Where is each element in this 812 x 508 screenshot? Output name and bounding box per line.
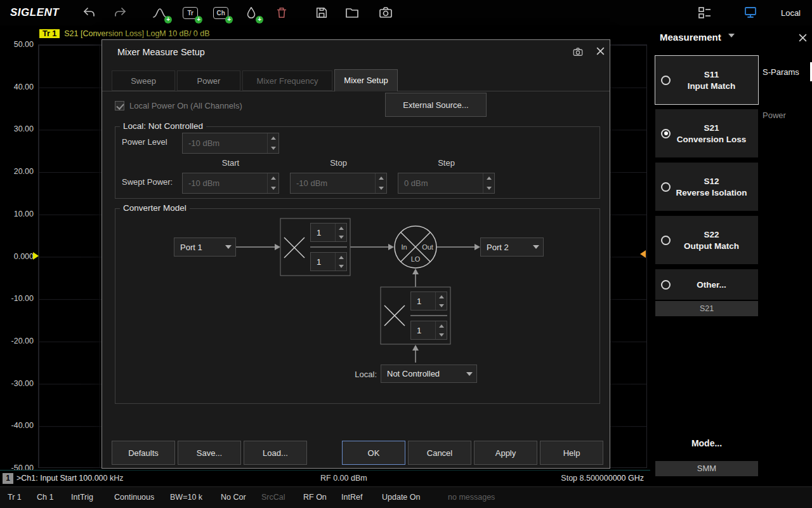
port1-select[interactable]: Port 1 bbox=[174, 237, 236, 257]
dialog-screenshot-button[interactable] bbox=[572, 46, 584, 60]
radio-icon[interactable] bbox=[661, 182, 671, 192]
open-file-button[interactable] bbox=[343, 4, 362, 22]
measurement-option-s12[interactable]: S12 Reverse Isolation bbox=[655, 163, 758, 211]
lo-numerator-input[interactable]: 1 bbox=[410, 291, 447, 311]
cancel-button[interactable]: Cancel bbox=[408, 441, 471, 465]
spinner-up-icon[interactable] bbox=[436, 321, 447, 330]
local-power-checkbox[interactable]: Local Power On (All Channels) bbox=[115, 101, 242, 110]
rf-numerator-input[interactable]: 1 bbox=[310, 223, 347, 242]
save-button[interactable] bbox=[312, 4, 331, 22]
spinner-up-icon[interactable] bbox=[483, 173, 494, 184]
submenu-s-params[interactable]: S-Params bbox=[763, 67, 799, 77]
tab-power[interactable]: Power bbox=[177, 70, 240, 91]
peak-add-button[interactable]: + bbox=[150, 4, 169, 22]
other-selected-value[interactable]: S21 bbox=[655, 301, 758, 316]
spinner-up-icon[interactable] bbox=[336, 224, 346, 232]
spinner-up-icon[interactable] bbox=[436, 292, 447, 301]
status-srccal[interactable]: SrcCal bbox=[261, 487, 285, 508]
spinner-down-icon[interactable] bbox=[436, 301, 447, 310]
radio-icon[interactable] bbox=[661, 236, 671, 245]
tab-mixer-setup[interactable]: Mixer Setup bbox=[334, 69, 398, 91]
delete-button[interactable] bbox=[272, 4, 291, 22]
local-group: Local: Not Controlled Power Level -10 dB… bbox=[115, 126, 600, 199]
load-button[interactable]: Load... bbox=[244, 441, 307, 465]
status-sweep-mode[interactable]: Continuous bbox=[114, 487, 154, 508]
spinner-down-icon[interactable] bbox=[436, 330, 447, 339]
defaults-button[interactable]: Defaults bbox=[112, 441, 175, 465]
close-icon bbox=[596, 46, 605, 56]
add-marker-button[interactable]: + bbox=[242, 4, 261, 22]
add-trace-button[interactable]: Tr + bbox=[181, 4, 200, 22]
status-reference[interactable]: IntRef bbox=[341, 487, 362, 508]
tab-mixer-frequency[interactable]: Mixer Frequency bbox=[242, 70, 332, 91]
measurement-option-s21[interactable]: S21 Conversion Loss bbox=[655, 109, 758, 157]
local-control-select[interactable]: Not Controlled bbox=[381, 364, 477, 383]
reference-level-marker-left[interactable] bbox=[33, 252, 39, 260]
remote-display-button[interactable] bbox=[741, 4, 760, 22]
spinner-up-icon[interactable] bbox=[336, 253, 346, 262]
trace-position-marker-right[interactable] bbox=[640, 250, 646, 258]
add-channel-button[interactable]: Ch + bbox=[211, 4, 230, 22]
add-badge-icon: + bbox=[195, 16, 202, 23]
spinner-down-icon[interactable] bbox=[336, 262, 346, 271]
spinner-down-icon[interactable] bbox=[483, 184, 494, 194]
tab-sweep[interactable]: Sweep bbox=[112, 70, 175, 91]
panel-close-button[interactable] bbox=[798, 33, 808, 44]
submenu-power[interactable]: Power bbox=[763, 110, 786, 120]
spinner-up-icon[interactable] bbox=[268, 173, 278, 184]
save-as-button[interactable]: Save... bbox=[178, 441, 241, 465]
channel-layout-button[interactable] bbox=[695, 4, 714, 22]
spinner-down-icon[interactable] bbox=[336, 232, 346, 241]
spinner-down-icon[interactable] bbox=[268, 184, 278, 194]
radio-icon[interactable] bbox=[661, 280, 671, 290]
status-channel[interactable]: Ch 1 bbox=[37, 487, 53, 508]
radio-icon[interactable] bbox=[661, 76, 671, 85]
status-update[interactable]: Update On bbox=[382, 487, 420, 508]
apply-button[interactable]: Apply bbox=[474, 441, 537, 465]
dialog-close-button[interactable] bbox=[596, 46, 605, 58]
help-button[interactable]: Help bbox=[540, 441, 603, 465]
measurement-option-s11[interactable]: S11 Input Match bbox=[655, 56, 758, 104]
y-axis-tick: -20.00 bbox=[0, 336, 34, 346]
spinner-arrows bbox=[335, 253, 346, 271]
chevron-down-icon[interactable] bbox=[728, 37, 735, 47]
mode-value[interactable]: SMM bbox=[655, 461, 758, 476]
swept-power-stop-input[interactable]: -10 dBm bbox=[290, 173, 387, 194]
trace-chip[interactable]: Tr 1 bbox=[39, 29, 60, 38]
swept-power-step-input[interactable]: 0 dBm bbox=[398, 173, 495, 194]
trace-info[interactable]: S21 [Conversion Loss] LogM 10 dB/ 0 dB bbox=[64, 29, 209, 38]
measurement-option-s22[interactable]: S22 Output Match bbox=[655, 216, 758, 264]
port2-select[interactable]: Port 2 bbox=[480, 237, 544, 257]
sweep-stop-status: Stop 8.500000000 GHz bbox=[561, 474, 644, 483]
chevron-down-icon bbox=[462, 372, 476, 376]
measurement-option-other[interactable]: Other... bbox=[655, 269, 758, 300]
swept-power-start-input[interactable]: -10 dBm bbox=[182, 173, 279, 194]
mode-button[interactable]: Mode... bbox=[655, 438, 758, 448]
status-correction[interactable]: No Cor bbox=[221, 487, 246, 508]
spinner-up-icon[interactable] bbox=[268, 133, 278, 144]
screenshot-button[interactable] bbox=[376, 4, 395, 22]
checkbox-icon[interactable] bbox=[115, 101, 124, 110]
power-level-input[interactable]: -10 dBm bbox=[182, 133, 279, 154]
option-name: Reverse Isolation bbox=[671, 188, 752, 197]
rf-denominator-input[interactable]: 1 bbox=[310, 252, 347, 271]
external-source-button[interactable]: External Source... bbox=[385, 93, 487, 117]
status-bandwidth[interactable]: BW=10 k bbox=[170, 487, 202, 508]
spinner-down-icon[interactable] bbox=[268, 144, 278, 154]
option-name: Conversion Loss bbox=[671, 135, 752, 144]
status-trace[interactable]: Tr 1 bbox=[8, 487, 22, 508]
spinner-arrows bbox=[375, 173, 386, 193]
ok-button[interactable]: OK bbox=[342, 441, 405, 465]
port2-value: Port 2 bbox=[481, 243, 529, 252]
status-rf[interactable]: RF On bbox=[303, 487, 327, 508]
redo-button[interactable] bbox=[110, 4, 129, 22]
panel-title[interactable]: Measurement bbox=[660, 32, 721, 43]
status-trigger[interactable]: IntTrig bbox=[71, 487, 93, 508]
undo-button[interactable] bbox=[80, 4, 99, 22]
power-level-value: -10 dBm bbox=[183, 133, 267, 153]
local-status-label[interactable]: Local bbox=[781, 8, 801, 18]
spinner-down-icon[interactable] bbox=[376, 184, 386, 194]
lo-denominator-input[interactable]: 1 bbox=[410, 321, 447, 340]
spinner-up-icon[interactable] bbox=[376, 173, 386, 184]
radio-icon[interactable] bbox=[661, 129, 671, 138]
